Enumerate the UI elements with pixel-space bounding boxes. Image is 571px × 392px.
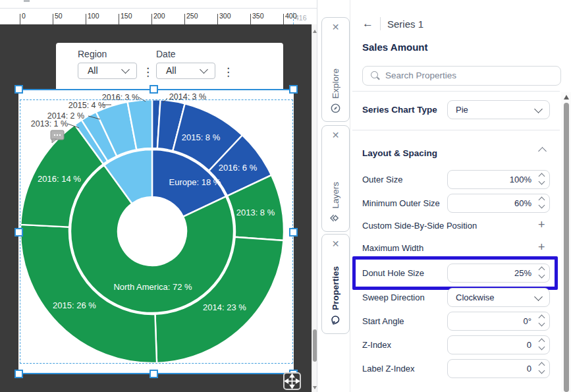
ruler-tick-label: 100 (88, 12, 99, 20)
donut-hole-size-row: Donut Hole Size 25% (350, 264, 571, 283)
sweep-direction-label: Sweep Direction (362, 288, 425, 308)
tab-explore-body: Explore (331, 69, 340, 113)
chevron-down-icon[interactable] (539, 202, 545, 209)
ruler-tick (151, 14, 152, 24)
label-z-index-stepper[interactable]: 0 (447, 359, 550, 378)
label-z-index-row: Label Z-Index 0 (350, 359, 571, 379)
series-chart-type-value: Pie (456, 105, 468, 115)
date-filter-value: All (166, 65, 177, 76)
tab-explore[interactable]: ✕ Explore (321, 17, 350, 122)
sweep-direction-dropdown[interactable]: Clockwise (447, 288, 550, 307)
start-angle-value: 0° (524, 316, 531, 326)
date-filter: Date All (156, 49, 215, 79)
z-index-stepper[interactable]: 0 (447, 335, 550, 354)
outer-size-row: Outer Size 100% (350, 170, 571, 190)
ruler-tick-label: 50 (55, 12, 63, 20)
stepper-arrows[interactable] (539, 174, 544, 184)
search-placeholder: Search Properties (385, 70, 456, 80)
series-chart-type-label: Series Chart Type (362, 100, 437, 120)
outer-size-stepper[interactable]: 100% (447, 170, 550, 189)
tab-properties-body: Properties (331, 266, 340, 325)
stepper-arrows[interactable] (539, 363, 544, 373)
region-filter-menu-icon[interactable]: ⋮ (142, 68, 153, 77)
region-filter-value: All (88, 65, 98, 76)
panel-scrollbar-thumb[interactable] (564, 103, 569, 392)
plus-icon[interactable]: + (538, 218, 545, 232)
chevron-down-icon[interactable] (539, 320, 545, 327)
donut-hole-size-stepper[interactable]: 25% (447, 264, 550, 283)
series-name-heading: Sales Amount (362, 42, 427, 53)
chevron-down-icon[interactable] (539, 344, 545, 350)
ruler-tick (86, 14, 86, 24)
search-properties-input[interactable]: Search Properties (362, 66, 561, 86)
chevron-down-icon[interactable] (539, 179, 545, 185)
tab-properties-label: Properties (331, 266, 340, 310)
minimum-outer-size-value: 60% (514, 198, 531, 208)
properties-panel: ← Series 1 Sales Amount Search Propertie… (350, 0, 571, 392)
stepper-arrows[interactable] (539, 267, 544, 277)
right-side-panel: ✕ Explore ✕ Layers ✕ Properties ← (317, 0, 571, 392)
panel-header: ← Series 1 (362, 17, 423, 30)
chevron-down-icon[interactable] (539, 368, 545, 374)
chevron-down-icon[interactable] (539, 272, 545, 279)
sweep-direction-row: Sweep Direction Clockwise (350, 288, 571, 308)
stepper-arrows[interactable] (539, 198, 544, 208)
tab-explore-label: Explore (331, 69, 340, 99)
tab-layers[interactable]: ✕ Layers (321, 125, 350, 232)
selection-handle[interactable] (289, 85, 298, 94)
close-icon[interactable]: ✕ (332, 22, 340, 32)
close-icon[interactable]: ✕ (332, 130, 340, 140)
ruler-tick (53, 14, 53, 24)
ruler-tick-label: 250 (186, 12, 198, 20)
header-divider (380, 17, 381, 30)
donut-hole-size-label: Donut Hole Size (362, 264, 424, 283)
chevron-down-icon (534, 105, 543, 113)
z-index-label: Z-Index (362, 335, 391, 355)
selection-dashed-bounds (20, 99, 293, 364)
date-filter-dropdown[interactable]: All (156, 63, 215, 79)
region-filter-dropdown[interactable]: All (78, 63, 137, 79)
panel-title: Series 1 (387, 18, 423, 30)
selection-handle[interactable] (14, 370, 23, 378)
chevron-up-icon[interactable] (538, 147, 547, 155)
ruler-tick-label: 0 (22, 12, 26, 20)
divider (352, 130, 560, 130)
ruler-tick-label: 400 (285, 12, 297, 20)
date-filter-menu-icon[interactable]: ⋮ (223, 68, 234, 77)
move-widget-button[interactable] (283, 372, 301, 390)
minimum-outer-size-row: Minimum Outer Size 60% (350, 194, 571, 213)
outer-size-value: 100% (510, 175, 531, 184)
tab-layers-body: Layers (330, 182, 341, 223)
scroll-up-icon[interactable] (564, 95, 569, 99)
start-angle-label: Start Angle (362, 312, 404, 331)
panel-vertical-scrollbar[interactable] (561, 92, 571, 392)
selection-handle[interactable] (289, 228, 298, 237)
stepper-arrows[interactable] (539, 316, 544, 325)
ruler-tick (250, 14, 251, 24)
ruler-origin-mark (24, 0, 30, 2)
start-angle-stepper[interactable]: 0° (447, 312, 550, 331)
minimum-outer-size-label: Minimum Outer Size (362, 194, 440, 213)
close-icon[interactable]: ✕ (332, 238, 340, 249)
z-index-row: Z-Index 0 (350, 335, 571, 355)
tab-layers-label: Layers (331, 182, 340, 209)
ruler-top-strip (0, 0, 317, 9)
search-icon (371, 71, 378, 78)
selection-handle[interactable] (14, 228, 23, 237)
back-icon[interactable]: ← (362, 17, 373, 30)
chevron-down-icon (121, 65, 130, 74)
selection-handle[interactable] (150, 370, 158, 378)
chevron-down-icon (534, 293, 543, 301)
ruler-tick-label: 200 (153, 12, 165, 20)
plus-icon[interactable]: + (538, 240, 545, 254)
series-chart-type-dropdown[interactable]: Pie (447, 100, 550, 119)
label-z-index-value: 0 (527, 364, 531, 374)
minimum-outer-size-stepper[interactable]: 60% (447, 194, 550, 213)
label-z-index-label: Label Z-Index (362, 359, 415, 379)
tab-properties[interactable]: ✕ Properties (321, 234, 350, 334)
layout-spacing-section-header[interactable]: Layout & Spacing (350, 144, 571, 163)
ruler-tick-label: 350 (252, 12, 264, 20)
stepper-arrows[interactable] (539, 339, 544, 349)
selection-handle[interactable] (14, 85, 23, 94)
selection-handle[interactable] (150, 85, 158, 94)
